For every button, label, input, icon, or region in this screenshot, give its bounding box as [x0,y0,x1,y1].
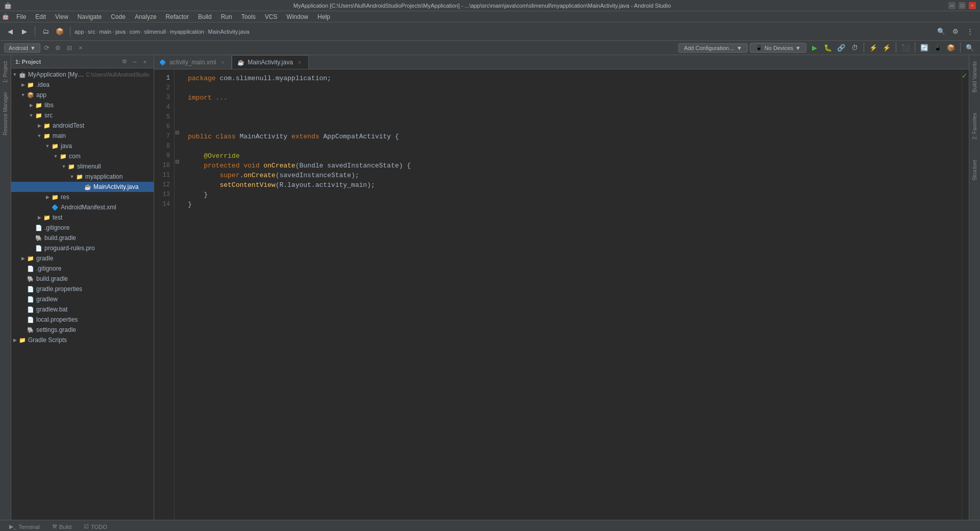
android-dropdown[interactable]: Android ▼ [4,43,40,53]
breadcrumb-src[interactable]: src [88,29,95,35]
tab-activity-main-xml[interactable]: 🔷 activity_main.xml × [154,56,232,69]
tree-test[interactable]: ▶ 📁 test [11,212,154,223]
menu-navigate[interactable]: Navigate [74,12,106,21]
menu-build[interactable]: Build [194,12,216,21]
menu-refactor[interactable]: Refactor [162,12,193,21]
menu-window[interactable]: Window [282,12,312,21]
toolbar-forward[interactable]: ▶ [18,26,31,38]
build-tab[interactable]: ⚒ Build [47,522,77,531]
panel-close-icon[interactable]: × [140,57,150,66]
tree-java[interactable]: ▼ 📁 java [11,141,154,151]
nav-settings[interactable]: ⚙ [54,43,63,53]
tree-gitignore-app[interactable]: ▶ 📄 .gitignore [11,223,154,233]
tree-gitignore-root[interactable]: ▶ 📄 .gitignore [11,263,154,274]
apply-changes[interactable]: ⚡ [867,42,879,54]
panel-minimize-icon[interactable]: ─ [130,57,139,66]
tab-activity-main-xml-close[interactable]: × [219,59,226,66]
tree-gradle-dir[interactable]: ▶ 📁 gradle [11,253,154,263]
sync-button[interactable]: ⟳ [42,43,52,53]
tree-gradle-scripts[interactable]: ▶ 📁 Gradle Scripts [11,335,154,345]
tab-mainactivity-java-close[interactable]: × [296,59,303,66]
maximize-button[interactable]: □ [959,2,966,9]
toolbar-settings[interactable]: ⚙ [949,26,962,38]
build-variants-tab[interactable]: Build Variants [971,57,978,96]
tab-mainactivity-java[interactable]: ☕ MainActivity.java × [232,55,308,69]
nav-close[interactable]: × [76,43,85,53]
breadcrumb-mainactivity[interactable]: MainActivity.java [208,29,250,35]
profile-button[interactable]: ⏱ [848,42,861,54]
tree-idea[interactable]: ▶ 📁 .idea [11,80,154,90]
close-button[interactable]: × [969,2,976,9]
run-button[interactable]: ▶ [808,42,821,54]
fold-method-icon[interactable]: ⊟ [175,157,181,166]
menu-run[interactable]: Run [217,12,236,21]
tree-settings-gradle[interactable]: ▶ 🐘 settings.gradle [11,325,154,335]
code-content[interactable]: package com.slimenull.myapplication; imp… [182,69,962,520]
menu-edit[interactable]: Edit [31,12,50,21]
fold-class-icon[interactable]: ⊟ [175,128,181,137]
tree-gradlew-bat[interactable]: ▶ 📄 gradlew.bat [11,304,154,315]
add-config-button[interactable]: Add Configuration… ▼ [678,43,748,53]
tree-slimenull[interactable]: ▼ 📁 slimenull [11,161,154,172]
menu-analyze[interactable]: Analyze [131,12,161,21]
toolbar-search[interactable]: 🔍 [935,26,947,38]
tree-androidmanifest[interactable]: ▶ 🔷 AndroidManifest.xml [11,202,154,212]
tree-gradle-properties[interactable]: ▶ 📄 gradle.properties [11,284,154,294]
tree-build-gradle-app[interactable]: ▶ 🐘 build.gradle [11,233,154,243]
nav-collapse[interactable]: ⊟ [65,43,74,53]
breadcrumb-myapplication[interactable]: myapplication [170,29,204,35]
tree-root[interactable]: ▼ 🤖 MyApplication [My Application] C:\Us… [11,69,154,80]
tree-local-properties[interactable]: ▶ 📄 local.properties [11,315,154,325]
menu-code[interactable]: Code [107,12,130,21]
resource-manager-tab[interactable]: Resource Manager [2,88,9,139]
main-content: 1: Project Resource Manager 1: Project ⚙… [0,55,980,520]
tree-build-gradle-root[interactable]: ▶ 🐘 build.gradle [11,274,154,284]
structure-tab[interactable]: Structure [971,156,978,185]
breadcrumb-main[interactable]: main [99,29,111,35]
todo-tab[interactable]: ☑ TODO [79,522,112,531]
tree-mainactivity[interactable]: ▶ ☕ MainActivity.java [11,182,154,192]
toolbar-more[interactable]: ⋮ [964,26,976,38]
tree-myapplication[interactable]: ▼ 📁 myapplication [11,172,154,182]
panel-settings-icon[interactable]: ⚙ [120,57,129,66]
terminal-tab[interactable]: ▶_ Terminal [4,522,45,531]
menu-help[interactable]: Help [313,12,334,21]
file-tree[interactable]: ▼ 🤖 MyApplication [My Application] C:\Us… [11,68,154,520]
avd-manager[interactable]: 📱 [932,42,944,54]
attach-debugger[interactable]: 🔗 [835,42,847,54]
tree-com[interactable]: ▼ 📁 com [11,151,154,161]
tree-proguard[interactable]: ▶ 📄 proguard-rules.pro [11,243,154,253]
breadcrumb-java[interactable]: java [115,29,126,35]
idea-label: .idea [36,81,150,88]
tree-src[interactable]: ▼ 📁 src [11,110,154,120]
breadcrumb-app[interactable]: app [75,29,84,35]
tree-main[interactable]: ▼ 📁 main [11,131,154,141]
favorites-tab[interactable]: 2: Favorites [971,109,978,143]
line-num-7: 7 [154,132,174,141]
tree-libs[interactable]: ▶ 📁 libs [11,100,154,110]
tree-app[interactable]: ▼ 📦 app [11,90,154,100]
apply-code-changes[interactable]: ⚡ [880,42,893,54]
toolbar-btn-module[interactable]: 📦 [54,26,66,38]
menu-vcs[interactable]: VCS [261,12,282,21]
breadcrumb-com[interactable]: com [130,29,140,35]
sdk-manager[interactable]: 📦 [945,42,957,54]
sync-gradle[interactable]: 🔄 [918,42,930,54]
menu-tools[interactable]: Tools [237,12,260,21]
project-structure-icon[interactable]: 🗂 [39,26,52,38]
tree-androidtest[interactable]: ▶ 📁 androidTest [11,120,154,131]
menu-view[interactable]: View [51,12,72,21]
slimenull-label: slimenull [77,163,150,170]
minimize-button[interactable]: ─ [948,2,955,9]
toolbar-back[interactable]: ◀ [4,26,16,38]
no-devices-button[interactable]: 📱 No Devices ▼ [750,43,806,53]
search-everywhere[interactable]: 🔍 [964,42,976,54]
tree-res[interactable]: ▶ 📁 res [11,192,154,202]
stop-button[interactable]: ⬛ [899,42,912,54]
project-tab[interactable]: 1: Project [2,57,9,87]
debug-button[interactable]: 🐛 [822,42,834,54]
breadcrumb-slimenull[interactable]: slimenull [144,29,166,35]
gradle-props-icon: 📄 [27,285,35,293]
tree-gradlew[interactable]: ▶ 📄 gradlew [11,294,154,304]
menu-file[interactable]: File [12,12,30,21]
